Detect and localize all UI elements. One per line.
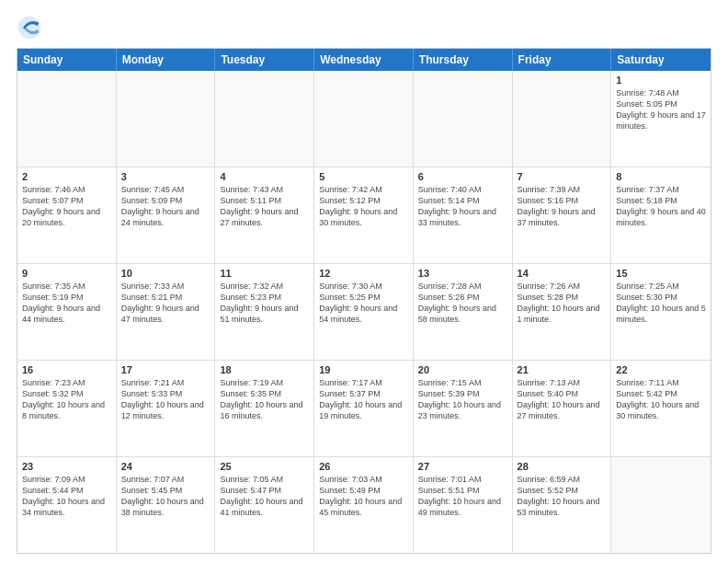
day-number: 18	[220, 364, 309, 375]
page: SundayMondayTuesdayWednesdayThursdayFrid…	[0, 0, 728, 563]
day-number: 1	[616, 75, 706, 86]
day-number: 6	[418, 171, 507, 182]
calendar-cell-w2d4: 13Sunrise: 7:28 AM Sunset: 5:26 PM Dayli…	[414, 264, 513, 360]
weekday-header-tuesday: Tuesday	[215, 49, 314, 71]
calendar-cell-w4d2: 25Sunrise: 7:05 AM Sunset: 5:47 PM Dayli…	[215, 457, 314, 553]
day-info: Sunrise: 7:32 AM Sunset: 5:23 PM Dayligh…	[220, 281, 309, 326]
day-number: 17	[121, 364, 210, 375]
calendar-cell-w2d1: 10Sunrise: 7:33 AM Sunset: 5:21 PM Dayli…	[117, 264, 216, 360]
header	[17, 15, 711, 40]
day-number: 7	[518, 171, 607, 182]
calendar-week-2: 9Sunrise: 7:35 AM Sunset: 5:19 PM Daylig…	[17, 264, 711, 361]
calendar-cell-w1d5: 7Sunrise: 7:39 AM Sunset: 5:16 PM Daylig…	[513, 167, 612, 263]
day-info: Sunrise: 7:30 AM Sunset: 5:25 PM Dayligh…	[319, 281, 408, 326]
calendar-cell-w2d3: 12Sunrise: 7:30 AM Sunset: 5:25 PM Dayli…	[314, 264, 414, 360]
calendar-cell-w0d6: 1Sunrise: 7:48 AM Sunset: 5:05 PM Daylig…	[611, 71, 711, 167]
day-info: Sunrise: 7:23 AM Sunset: 5:32 PM Dayligh…	[22, 377, 111, 422]
day-info: Sunrise: 7:35 AM Sunset: 5:19 PM Dayligh…	[22, 281, 111, 326]
calendar-cell-w4d6	[611, 457, 711, 553]
day-number: 11	[220, 268, 309, 279]
calendar-cell-w2d6: 15Sunrise: 7:25 AM Sunset: 5:30 PM Dayli…	[611, 264, 711, 360]
calendar-cell-w3d3: 19Sunrise: 7:17 AM Sunset: 5:37 PM Dayli…	[314, 361, 414, 456]
day-number: 15	[616, 268, 706, 279]
day-info: Sunrise: 7:39 AM Sunset: 5:16 PM Dayligh…	[518, 184, 607, 229]
day-info: Sunrise: 7:40 AM Sunset: 5:14 PM Dayligh…	[418, 184, 507, 229]
calendar-cell-w0d0	[17, 71, 117, 167]
day-number: 8	[616, 171, 706, 182]
calendar-cell-w3d5: 21Sunrise: 7:13 AM Sunset: 5:40 PM Dayli…	[513, 361, 612, 456]
day-info: Sunrise: 7:48 AM Sunset: 5:05 PM Dayligh…	[616, 87, 706, 132]
day-info: Sunrise: 6:59 AM Sunset: 5:52 PM Dayligh…	[518, 474, 607, 519]
calendar-cell-w0d1	[117, 71, 216, 167]
logo-icon	[17, 15, 42, 40]
calendar-cell-w0d5	[513, 71, 612, 167]
day-number: 2	[22, 171, 111, 182]
day-info: Sunrise: 7:46 AM Sunset: 5:07 PM Dayligh…	[22, 184, 111, 229]
calendar-cell-w4d1: 24Sunrise: 7:07 AM Sunset: 5:45 PM Dayli…	[117, 457, 216, 553]
calendar-week-3: 16Sunrise: 7:23 AM Sunset: 5:32 PM Dayli…	[17, 361, 711, 457]
day-info: Sunrise: 7:01 AM Sunset: 5:51 PM Dayligh…	[418, 474, 507, 519]
calendar-cell-w3d0: 16Sunrise: 7:23 AM Sunset: 5:32 PM Dayli…	[17, 361, 117, 456]
calendar-cell-w1d0: 2Sunrise: 7:46 AM Sunset: 5:07 PM Daylig…	[17, 167, 117, 263]
day-info: Sunrise: 7:21 AM Sunset: 5:33 PM Dayligh…	[121, 377, 210, 422]
calendar-cell-w1d3: 5Sunrise: 7:42 AM Sunset: 5:12 PM Daylig…	[314, 167, 414, 263]
calendar: SundayMondayTuesdayWednesdayThursdayFrid…	[17, 48, 711, 554]
calendar-week-4: 23Sunrise: 7:09 AM Sunset: 5:44 PM Dayli…	[17, 457, 711, 553]
day-number: 3	[121, 171, 210, 182]
day-info: Sunrise: 7:05 AM Sunset: 5:47 PM Dayligh…	[220, 474, 309, 519]
day-info: Sunrise: 7:37 AM Sunset: 5:18 PM Dayligh…	[616, 184, 706, 229]
calendar-cell-w1d4: 6Sunrise: 7:40 AM Sunset: 5:14 PM Daylig…	[414, 167, 513, 263]
calendar-body: 1Sunrise: 7:48 AM Sunset: 5:05 PM Daylig…	[17, 71, 711, 553]
calendar-cell-w1d6: 8Sunrise: 7:37 AM Sunset: 5:18 PM Daylig…	[611, 167, 711, 263]
weekday-header-sunday: Sunday	[17, 49, 117, 71]
weekday-header-saturday: Saturday	[611, 49, 711, 71]
weekday-header-friday: Friday	[513, 49, 612, 71]
calendar-cell-w2d5: 14Sunrise: 7:26 AM Sunset: 5:28 PM Dayli…	[513, 264, 612, 360]
calendar-cell-w3d1: 17Sunrise: 7:21 AM Sunset: 5:33 PM Dayli…	[117, 361, 216, 456]
calendar-week-1: 2Sunrise: 7:46 AM Sunset: 5:07 PM Daylig…	[17, 167, 711, 264]
svg-point-0	[18, 17, 41, 40]
day-info: Sunrise: 7:43 AM Sunset: 5:11 PM Dayligh…	[220, 184, 309, 229]
day-info: Sunrise: 7:19 AM Sunset: 5:35 PM Dayligh…	[220, 377, 309, 422]
weekday-header-thursday: Thursday	[414, 49, 513, 71]
calendar-cell-w4d4: 27Sunrise: 7:01 AM Sunset: 5:51 PM Dayli…	[414, 457, 513, 553]
calendar-cell-w0d2	[215, 71, 314, 167]
calendar-cell-w0d4	[414, 71, 513, 167]
calendar-cell-w1d1: 3Sunrise: 7:45 AM Sunset: 5:09 PM Daylig…	[117, 167, 216, 263]
day-number: 24	[121, 461, 210, 472]
calendar-cell-w3d4: 20Sunrise: 7:15 AM Sunset: 5:39 PM Dayli…	[414, 361, 513, 456]
day-info: Sunrise: 7:45 AM Sunset: 5:09 PM Dayligh…	[121, 184, 210, 229]
day-info: Sunrise: 7:15 AM Sunset: 5:39 PM Dayligh…	[418, 377, 507, 422]
calendar-cell-w2d2: 11Sunrise: 7:32 AM Sunset: 5:23 PM Dayli…	[215, 264, 314, 360]
day-info: Sunrise: 7:26 AM Sunset: 5:28 PM Dayligh…	[518, 281, 607, 326]
day-info: Sunrise: 7:42 AM Sunset: 5:12 PM Dayligh…	[319, 184, 408, 229]
calendar-cell-w4d3: 26Sunrise: 7:03 AM Sunset: 5:49 PM Dayli…	[314, 457, 414, 553]
day-number: 20	[418, 364, 507, 375]
day-number: 19	[319, 364, 408, 375]
day-info: Sunrise: 7:13 AM Sunset: 5:40 PM Dayligh…	[518, 377, 607, 422]
day-info: Sunrise: 7:11 AM Sunset: 5:42 PM Dayligh…	[616, 377, 706, 422]
calendar-cell-w2d0: 9Sunrise: 7:35 AM Sunset: 5:19 PM Daylig…	[17, 264, 117, 360]
day-number: 14	[518, 268, 607, 279]
calendar-week-0: 1Sunrise: 7:48 AM Sunset: 5:05 PM Daylig…	[17, 71, 711, 167]
calendar-cell-w4d5: 28Sunrise: 6:59 AM Sunset: 5:52 PM Dayli…	[513, 457, 612, 553]
day-number: 12	[319, 268, 408, 279]
day-info: Sunrise: 7:28 AM Sunset: 5:26 PM Dayligh…	[418, 281, 507, 326]
day-info: Sunrise: 7:07 AM Sunset: 5:45 PM Dayligh…	[121, 474, 210, 519]
day-number: 5	[319, 171, 408, 182]
calendar-header: SundayMondayTuesdayWednesdayThursdayFrid…	[17, 49, 711, 71]
weekday-header-wednesday: Wednesday	[314, 49, 414, 71]
day-number: 25	[220, 461, 309, 472]
calendar-cell-w3d2: 18Sunrise: 7:19 AM Sunset: 5:35 PM Dayli…	[215, 361, 314, 456]
calendar-cell-w4d0: 23Sunrise: 7:09 AM Sunset: 5:44 PM Dayli…	[17, 457, 117, 553]
calendar-cell-w1d2: 4Sunrise: 7:43 AM Sunset: 5:11 PM Daylig…	[215, 167, 314, 263]
calendar-cell-w0d3	[314, 71, 414, 167]
day-number: 21	[518, 364, 607, 375]
logo	[17, 15, 44, 40]
day-number: 28	[518, 461, 607, 472]
calendar-cell-w3d6: 22Sunrise: 7:11 AM Sunset: 5:42 PM Dayli…	[611, 361, 711, 456]
day-number: 13	[418, 268, 507, 279]
day-info: Sunrise: 7:25 AM Sunset: 5:30 PM Dayligh…	[616, 281, 706, 326]
day-number: 4	[220, 171, 309, 182]
weekday-header-monday: Monday	[117, 49, 216, 71]
